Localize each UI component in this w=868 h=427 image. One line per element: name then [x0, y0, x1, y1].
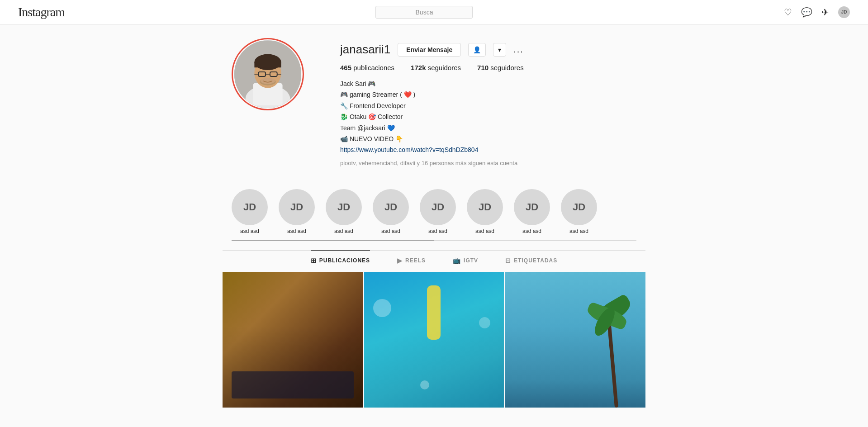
profile-top-row: janasarii1 Enviar Mensaje 👤 ▾ ... [340, 43, 636, 57]
profile-avatar [234, 40, 301, 108]
story-label: asd asd [522, 228, 541, 234]
story-item[interactable]: JD asd asd [373, 189, 409, 234]
grid-post-item[interactable] [364, 272, 504, 412]
stories-scrollbar-thumb [232, 240, 434, 241]
story-label: asd asd [240, 228, 259, 234]
story-item[interactable]: JD asd asd [232, 189, 268, 234]
stories-section: JD asd asd JD asd asd JD asd asd JD asd … [223, 182, 645, 234]
tab-etiquetadas[interactable]: ⊡ etiquetadas [505, 250, 557, 270]
header: Instagram ♡ 💬 ✈ JD [0, 0, 868, 24]
story-item[interactable]: JD asd asd [467, 189, 503, 234]
search-container [375, 6, 473, 19]
posts-stat: 465 publicaciones [340, 64, 394, 71]
following-stat[interactable]: 710 seguidores [477, 64, 524, 71]
story-item[interactable]: JD asd asd [420, 189, 456, 234]
follow-dropdown-button[interactable]: ▾ [493, 43, 506, 57]
bio-line-2: 🎮 gaming Streamer ( ❤️ ) [340, 90, 636, 100]
followers-stat[interactable]: 172k seguidores [411, 64, 461, 71]
instagram-logo: Instagram [18, 5, 65, 19]
publicaciones-tab-label: publicaciones [319, 257, 370, 264]
tab-reels[interactable]: ▶ reels [397, 250, 426, 270]
bio: Jack Sari 🎮 🎮 gaming Streamer ( ❤️ ) 🔧 F… [340, 79, 636, 168]
posts-grid [223, 272, 645, 412]
stats-row: 465 publicaciones 172k seguidores 710 se… [340, 64, 636, 71]
igtv-tab-icon: 📺 [453, 257, 461, 264]
profile-username: janasarii1 [340, 43, 390, 57]
user-avatar-small[interactable]: JD [838, 6, 850, 18]
story-circle[interactable]: JD [514, 189, 550, 225]
etiquetadas-tab-icon: ⊡ [505, 257, 511, 264]
send-icon[interactable]: ✈ [821, 7, 829, 18]
story-label: asd asd [428, 228, 447, 234]
story-label: asd asd [334, 228, 353, 234]
bio-line-1: Jack Sari 🎮 [340, 79, 636, 89]
story-label: asd asd [569, 228, 588, 234]
send-message-button[interactable]: Enviar Mensaje [398, 43, 461, 57]
story-label: asd asd [287, 228, 306, 234]
story-circle[interactable]: JD [467, 189, 503, 225]
search-input[interactable] [375, 6, 473, 19]
publicaciones-tab-icon: ⊞ [311, 257, 317, 264]
story-label: asd asd [475, 228, 494, 234]
reels-tab-icon: ▶ [397, 257, 403, 264]
stories-scrollbar-track [232, 240, 636, 241]
follow-button[interactable]: 👤 [468, 43, 486, 57]
tabs-section: ⊞ publicaciones ▶ reels 📺 igtv ⊡ etiquet… [223, 250, 645, 270]
grid-post-item[interactable] [223, 272, 363, 412]
bio-line-5: Team @jacksari 💙 [340, 123, 636, 133]
bio-line-6: 📹 NUEVO VIDEO 👇 [340, 134, 636, 144]
svg-point-13 [261, 78, 275, 84]
profile-section: janasarii1 Enviar Mensaje 👤 ▾ ... 465 pu… [223, 38, 645, 182]
tab-publicaciones[interactable]: ⊞ publicaciones [311, 250, 370, 270]
tab-igtv[interactable]: 📺 igtv [453, 250, 478, 270]
story-circle[interactable]: JD [420, 189, 456, 225]
igtv-tab-label: igtv [464, 257, 478, 264]
header-icons: ♡ 💬 ✈ JD [784, 6, 850, 18]
main-content: janasarii1 Enviar Mensaje 👤 ▾ ... 465 pu… [223, 24, 645, 412]
bio-line-3: 🔧 Frontend Developer [340, 101, 636, 111]
bio-link[interactable]: https://www.youtube.com/watch?v=tqSdhDZb… [340, 145, 636, 155]
story-circle[interactable]: JD [232, 189, 268, 225]
heart-icon[interactable]: ♡ [784, 7, 792, 18]
story-circle[interactable]: JD [373, 189, 409, 225]
message-icon[interactable]: 💬 [801, 7, 812, 18]
story-item[interactable]: JD asd asd [514, 189, 550, 234]
story-circle[interactable]: JD [561, 189, 597, 225]
story-item[interactable]: JD asd asd [279, 189, 315, 234]
more-options-button[interactable]: ... [513, 44, 524, 55]
etiquetadas-tab-label: etiquetadas [514, 257, 557, 264]
bio-line-4: 🐉 Otaku 🎯 Collector [340, 112, 636, 122]
story-circle[interactable]: JD [326, 189, 362, 225]
story-item[interactable]: JD asd asd [561, 189, 597, 234]
story-item[interactable]: JD asd asd [326, 189, 362, 234]
svg-rect-6 [254, 62, 281, 67]
profile-info: janasarii1 Enviar Mensaje 👤 ▾ ... 465 pu… [340, 38, 636, 168]
grid-post-item[interactable] [505, 272, 645, 412]
reels-tab-label: reels [405, 257, 426, 264]
profile-avatar-wrapper [232, 38, 304, 110]
mutual-followers: piootv, vehemenciahd, difavii y 16 perso… [340, 159, 636, 168]
story-circle[interactable]: JD [279, 189, 315, 225]
story-label: asd asd [381, 228, 400, 234]
